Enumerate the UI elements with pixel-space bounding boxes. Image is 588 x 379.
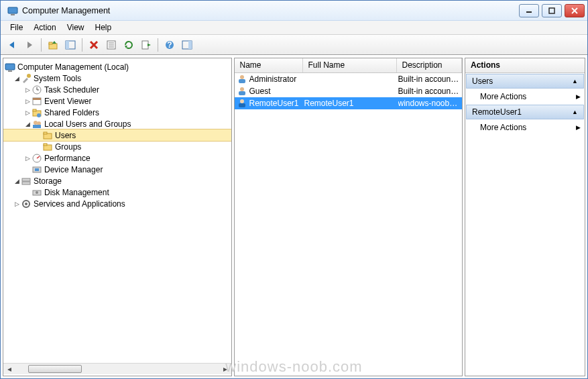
svg-rect-0 (8, 7, 17, 13)
tree-label: Users (55, 131, 229, 140)
back-button[interactable] (5, 38, 19, 52)
forward-button[interactable] (22, 38, 37, 52)
tree-disk-management[interactable]: Disk Management (3, 186, 231, 198)
svg-point-37 (34, 121, 38, 125)
actions-more-users[interactable]: More Actions ▶ (465, 89, 585, 104)
disk-icon (32, 187, 42, 198)
cell-full: RemoteUser1 (304, 99, 398, 108)
collapse-icon[interactable]: ◢ (13, 75, 21, 82)
shared-folder-icon (32, 107, 42, 118)
svg-point-36 (37, 113, 41, 117)
svg-text:?: ? (167, 40, 172, 50)
column-name[interactable]: Name (235, 58, 303, 72)
users-icon (32, 119, 42, 129)
window-title: Computer Management (22, 6, 519, 15)
properties-button[interactable] (104, 38, 119, 52)
toolbar-separator (158, 38, 158, 52)
list-row-selected[interactable]: RemoteUser1 RemoteUser1 windows-noob.com… (235, 97, 463, 109)
menu-view[interactable]: View (62, 21, 90, 34)
tree-label: Local Users and Groups (44, 119, 229, 129)
collapse-icon[interactable]: ◢ (23, 121, 32, 127)
scroll-right-icon[interactable]: ▸ (220, 364, 231, 374)
expand-icon[interactable]: ▷ (23, 155, 32, 162)
menu-help[interactable]: Help (90, 21, 117, 34)
export-button[interactable] (139, 38, 154, 52)
tree-shared-folders[interactable]: ▷Shared Folders (3, 107, 231, 118)
svg-rect-47 (35, 168, 39, 171)
tree-task-scheduler[interactable]: ▷Task Scheduler (3, 84, 231, 95)
list-row[interactable]: Guest Built-in account for guest access … (235, 85, 463, 97)
expand-icon[interactable]: ▷ (23, 87, 32, 93)
delete-button[interactable] (86, 38, 101, 52)
svg-rect-26 (5, 64, 15, 70)
tree-storage[interactable]: ◢Storage (3, 175, 231, 186)
collapse-icon[interactable]: ◢ (13, 178, 21, 184)
horizontal-scrollbar[interactable]: ◂ ▸ (3, 363, 231, 374)
up-button[interactable] (46, 38, 60, 52)
clock-icon (32, 85, 42, 95)
collapse-icon: ▲ (572, 109, 578, 115)
actions-section-label: RemoteUser1 (472, 107, 522, 117)
tree-groups[interactable]: Groups (3, 141, 231, 152)
svg-point-56 (240, 87, 244, 91)
tree-device-manager[interactable]: Device Manager (3, 164, 231, 175)
svg-point-54 (240, 75, 244, 79)
svg-line-4 (572, 8, 577, 13)
tree-event-viewer[interactable]: ▷Event Viewer (3, 95, 231, 107)
svg-line-5 (572, 8, 577, 13)
submenu-icon: ▶ (576, 124, 581, 131)
scroll-left-icon[interactable]: ◂ (3, 364, 15, 374)
tree-system-tools[interactable]: ◢System Tools (3, 72, 231, 84)
maximize-button[interactable] (542, 4, 562, 17)
actions-section-remoteuser[interactable]: RemoteUser1 ▲ (466, 105, 584, 119)
expand-icon[interactable]: ▷ (13, 201, 21, 207)
tree-local-users-groups[interactable]: ◢Local Users and Groups (3, 118, 231, 129)
svg-marker-21 (148, 44, 151, 46)
app-icon (7, 5, 18, 16)
help-button[interactable]: ? (162, 38, 177, 52)
tree-label: Groups (55, 142, 229, 152)
minimize-button[interactable] (519, 4, 539, 17)
tree-label: Task Scheduler (44, 85, 229, 95)
svg-point-51 (36, 191, 38, 194)
svg-marker-10 (52, 41, 56, 44)
tree[interactable]: Computer Management (Local) ◢System Tool… (3, 60, 231, 363)
cell-desc: Built-in account for administering... (398, 74, 463, 84)
tree-label: Storage (34, 176, 229, 186)
column-full-name[interactable]: Full Name (303, 58, 397, 72)
svg-rect-39 (33, 125, 41, 128)
tree-label: Disk Management (44, 188, 229, 197)
tree-users[interactable]: Users (3, 129, 231, 141)
menubar: File Action View Help (1, 21, 587, 35)
menu-action[interactable]: Action (28, 21, 61, 34)
column-description[interactable]: Description (397, 58, 463, 72)
tree-performance[interactable]: ▷Performance (3, 152, 231, 164)
svg-rect-57 (239, 91, 245, 95)
menu-file[interactable]: File (5, 21, 28, 34)
actions-item-label: More Actions (480, 123, 526, 132)
list-pane: Name Full Name Description Administrator… (234, 58, 463, 376)
svg-marker-6 (9, 42, 14, 48)
expand-icon[interactable]: ▷ (23, 98, 32, 105)
list-row[interactable]: Administrator Built-in account for admin… (235, 73, 463, 85)
show-hide-tree-button[interactable] (63, 38, 78, 52)
cell-name: Administrator (249, 74, 304, 84)
tree-services-apps[interactable]: ▷Services and Applications (3, 198, 231, 209)
user-icon (237, 74, 247, 85)
close-button[interactable] (565, 4, 585, 17)
scroll-thumb[interactable] (28, 365, 82, 373)
svg-point-58 (240, 99, 244, 103)
refresh-button[interactable] (121, 38, 136, 52)
svg-rect-41 (44, 132, 47, 134)
actions-pane: Actions Users ▲ More Actions ▶ RemoteUse… (465, 58, 585, 376)
tree-label: Services and Applications (34, 199, 229, 209)
svg-rect-25 (188, 41, 192, 49)
actions-section-users[interactable]: Users ▲ (466, 74, 584, 89)
svg-rect-59 (239, 103, 245, 107)
toolbar: ? (1, 35, 587, 55)
actions-title: Actions (465, 58, 585, 73)
expand-icon[interactable]: ▷ (23, 109, 32, 116)
tree-root[interactable]: Computer Management (Local) (3, 61, 231, 72)
actions-more-remoteuser[interactable]: More Actions ▶ (465, 120, 585, 135)
actions-pane-button[interactable] (180, 38, 194, 52)
